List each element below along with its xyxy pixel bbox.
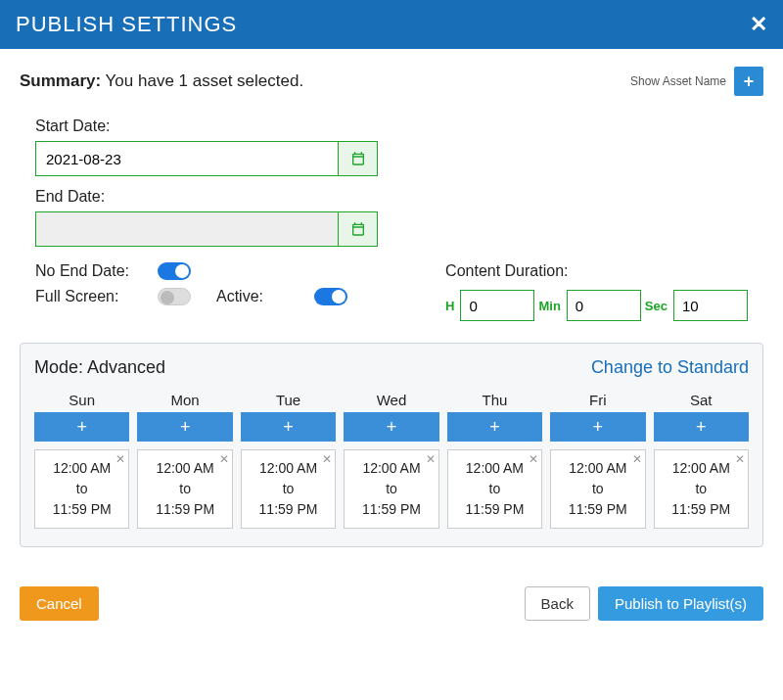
remove-slot-icon[interactable]: ✕ (219, 450, 229, 468)
duration-min-label: Min (538, 299, 560, 313)
summary-label: Summary: (20, 71, 101, 90)
show-asset-name-group: Show Asset Name + (630, 67, 763, 96)
slot-end: 11:59 PM (452, 499, 537, 520)
add-slot-button[interactable]: + (34, 412, 129, 442)
add-slot-button[interactable]: + (137, 412, 232, 442)
slot-to: to (39, 479, 124, 499)
slot-start: 12:00 AM (348, 458, 434, 479)
full-screen-toggle[interactable] (158, 288, 191, 305)
plus-icon: + (489, 417, 500, 438)
mode-label: Mode: Advanced (34, 357, 165, 378)
plus-icon: + (593, 417, 604, 438)
slot-start: 12:00 AM (659, 458, 744, 479)
time-slot[interactable]: ✕ 12:00 AM to 11:59 PM (344, 449, 438, 529)
start-date-calendar-button[interactable] (338, 142, 377, 175)
remove-slot-icon[interactable]: ✕ (529, 450, 538, 468)
plus-icon: + (744, 71, 755, 92)
time-slot[interactable]: ✕ 12:00 AM to 11:59 PM (137, 449, 232, 529)
day-column-fri: Fri + ✕ 12:00 AM to 11:59 PM (550, 392, 645, 529)
duration-seconds-input[interactable] (673, 290, 748, 321)
publish-button[interactable]: Publish to Playlist(s) (598, 586, 763, 621)
slot-end: 11:59 PM (659, 499, 744, 520)
slot-end: 11:59 PM (39, 499, 124, 520)
slot-end: 11:59 PM (246, 499, 331, 520)
active-label: Active: (216, 288, 314, 305)
day-label: Sat (654, 392, 749, 408)
end-date-input-wrap (35, 211, 378, 247)
time-slot[interactable]: ✕ 12:00 AM to 11:59 PM (654, 449, 749, 529)
slot-to: to (348, 479, 434, 499)
active-toggle[interactable] (314, 288, 347, 305)
start-date-label: Start Date: (35, 117, 748, 135)
time-slot[interactable]: ✕ 12:00 AM to 11:59 PM (241, 449, 336, 529)
remove-slot-icon[interactable]: ✕ (115, 450, 125, 468)
remove-slot-icon[interactable]: ✕ (632, 450, 642, 468)
plus-icon: + (180, 417, 191, 438)
change-to-standard-link[interactable]: Change to Standard (591, 357, 749, 378)
slot-to: to (142, 479, 227, 499)
toggles-row: No End Date: Full Screen: Active: Conten… (20, 262, 763, 321)
day-column-wed: Wed + ✕ 12:00 AM to 11:59 PM (344, 392, 438, 529)
back-button[interactable]: Back (525, 586, 590, 621)
duration-hours-input[interactable] (460, 290, 534, 321)
no-end-date-toggle[interactable] (158, 262, 191, 280)
add-slot-button[interactable]: + (654, 412, 749, 442)
calendar-icon (350, 151, 366, 166)
schedule-box: Mode: Advanced Change to Standard Sun + … (20, 343, 763, 547)
plus-icon: + (76, 417, 87, 438)
slot-start: 12:00 AM (555, 458, 640, 479)
end-date-label: End Date: (35, 188, 748, 206)
time-slot[interactable]: ✕ 12:00 AM to 11:59 PM (34, 449, 129, 529)
show-asset-name-add-button[interactable]: + (734, 67, 763, 96)
day-column-thu: Thu + ✕ 12:00 AM to 11:59 PM (447, 392, 542, 529)
add-slot-button[interactable]: + (447, 412, 542, 442)
remove-slot-icon[interactable]: ✕ (735, 450, 745, 468)
day-label: Sun (34, 392, 129, 408)
show-asset-name-label: Show Asset Name (630, 74, 726, 88)
slot-start: 12:00 AM (246, 458, 331, 479)
start-date-input-wrap (35, 141, 378, 176)
no-end-date-row: No End Date: (35, 262, 383, 280)
slot-end: 11:59 PM (142, 499, 227, 520)
days-row: Sun + ✕ 12:00 AM to 11:59 PM Mon + ✕ 12:… (34, 392, 749, 529)
summary-value: You have 1 asset selected. (106, 71, 304, 90)
day-column-sat: Sat + ✕ 12:00 AM to 11:59 PM (654, 392, 749, 529)
end-date-input (36, 212, 338, 246)
day-column-mon: Mon + ✕ 12:00 AM to 11:59 PM (137, 392, 232, 529)
modal-title: PUBLISH SETTINGS (16, 12, 237, 37)
calendar-icon (350, 221, 366, 237)
plus-icon: + (387, 417, 397, 438)
slot-to: to (555, 479, 640, 499)
end-date-calendar-button[interactable] (338, 212, 377, 246)
time-slot[interactable]: ✕ 12:00 AM to 11:59 PM (447, 449, 542, 529)
slot-to: to (452, 479, 537, 499)
publish-settings-modal: PUBLISH SETTINGS ✕ Summary: You have 1 a… (0, 0, 783, 636)
add-slot-button[interactable]: + (241, 412, 336, 442)
duration-minutes-input[interactable] (567, 290, 641, 321)
no-end-date-label: No End Date: (35, 262, 158, 280)
slot-end: 11:59 PM (348, 499, 434, 520)
modal-body: Summary: You have 1 asset selected. Show… (0, 49, 783, 567)
day-label: Thu (447, 392, 542, 408)
duration-inputs: H Min Sec (445, 290, 748, 321)
fullscreen-active-row: Full Screen: Active: (35, 288, 383, 305)
slot-to: to (659, 479, 744, 499)
plus-icon: + (696, 417, 707, 438)
day-label: Tue (241, 392, 336, 408)
schedule-head: Mode: Advanced Change to Standard (34, 357, 749, 378)
slot-to: to (246, 479, 331, 499)
day-label: Wed (344, 392, 438, 408)
add-slot-button[interactable]: + (550, 412, 645, 442)
duration-sec-label: Sec (645, 299, 668, 313)
remove-slot-icon[interactable]: ✕ (426, 450, 436, 468)
day-label: Fri (550, 392, 645, 408)
slot-start: 12:00 AM (39, 458, 124, 479)
remove-slot-icon[interactable]: ✕ (322, 450, 332, 468)
close-icon[interactable]: ✕ (750, 12, 767, 37)
add-slot-button[interactable]: + (344, 412, 438, 442)
cancel-button[interactable]: Cancel (20, 586, 99, 621)
modal-header: PUBLISH SETTINGS ✕ (0, 0, 783, 49)
start-date-input[interactable] (36, 142, 338, 175)
duration-title: Content Duration: (445, 262, 748, 280)
time-slot[interactable]: ✕ 12:00 AM to 11:59 PM (550, 449, 645, 529)
